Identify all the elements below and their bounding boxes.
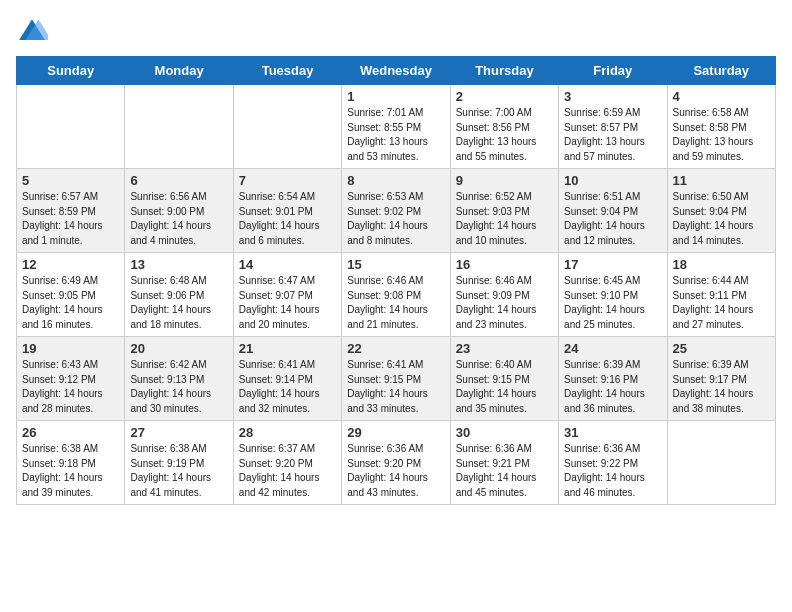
day-cell-18: 18Sunrise: 6:44 AM Sunset: 9:11 PM Dayli… [667, 253, 775, 337]
day-info: Sunrise: 6:56 AM Sunset: 9:00 PM Dayligh… [130, 190, 227, 248]
day-cell-20: 20Sunrise: 6:42 AM Sunset: 9:13 PM Dayli… [125, 337, 233, 421]
day-info: Sunrise: 6:53 AM Sunset: 9:02 PM Dayligh… [347, 190, 444, 248]
day-number: 13 [130, 257, 227, 272]
day-number: 30 [456, 425, 553, 440]
day-number: 18 [673, 257, 770, 272]
day-info: Sunrise: 6:40 AM Sunset: 9:15 PM Dayligh… [456, 358, 553, 416]
week-row-1: 1Sunrise: 7:01 AM Sunset: 8:55 PM Daylig… [17, 85, 776, 169]
day-cell-5: 5Sunrise: 6:57 AM Sunset: 8:59 PM Daylig… [17, 169, 125, 253]
day-info: Sunrise: 6:47 AM Sunset: 9:07 PM Dayligh… [239, 274, 336, 332]
day-cell-14: 14Sunrise: 6:47 AM Sunset: 9:07 PM Dayli… [233, 253, 341, 337]
day-info: Sunrise: 7:00 AM Sunset: 8:56 PM Dayligh… [456, 106, 553, 164]
day-number: 29 [347, 425, 444, 440]
day-number: 28 [239, 425, 336, 440]
day-info: Sunrise: 6:45 AM Sunset: 9:10 PM Dayligh… [564, 274, 661, 332]
day-number: 3 [564, 89, 661, 104]
day-cell-26: 26Sunrise: 6:38 AM Sunset: 9:18 PM Dayli… [17, 421, 125, 505]
day-info: Sunrise: 6:38 AM Sunset: 9:18 PM Dayligh… [22, 442, 119, 500]
weekday-header-sunday: Sunday [17, 57, 125, 85]
day-cell-1: 1Sunrise: 7:01 AM Sunset: 8:55 PM Daylig… [342, 85, 450, 169]
day-info: Sunrise: 6:39 AM Sunset: 9:17 PM Dayligh… [673, 358, 770, 416]
day-info: Sunrise: 6:37 AM Sunset: 9:20 PM Dayligh… [239, 442, 336, 500]
weekday-header-friday: Friday [559, 57, 667, 85]
day-number: 19 [22, 341, 119, 356]
day-number: 12 [22, 257, 119, 272]
day-number: 11 [673, 173, 770, 188]
day-number: 25 [673, 341, 770, 356]
day-cell-7: 7Sunrise: 6:54 AM Sunset: 9:01 PM Daylig… [233, 169, 341, 253]
weekday-header-row: SundayMondayTuesdayWednesdayThursdayFrid… [17, 57, 776, 85]
weekday-header-wednesday: Wednesday [342, 57, 450, 85]
day-cell-31: 31Sunrise: 6:36 AM Sunset: 9:22 PM Dayli… [559, 421, 667, 505]
day-cell-16: 16Sunrise: 6:46 AM Sunset: 9:09 PM Dayli… [450, 253, 558, 337]
day-info: Sunrise: 6:57 AM Sunset: 8:59 PM Dayligh… [22, 190, 119, 248]
day-cell-6: 6Sunrise: 6:56 AM Sunset: 9:00 PM Daylig… [125, 169, 233, 253]
day-info: Sunrise: 6:48 AM Sunset: 9:06 PM Dayligh… [130, 274, 227, 332]
day-info: Sunrise: 6:58 AM Sunset: 8:58 PM Dayligh… [673, 106, 770, 164]
day-info: Sunrise: 6:41 AM Sunset: 9:15 PM Dayligh… [347, 358, 444, 416]
day-cell-8: 8Sunrise: 6:53 AM Sunset: 9:02 PM Daylig… [342, 169, 450, 253]
empty-cell [233, 85, 341, 169]
day-number: 4 [673, 89, 770, 104]
weekday-header-monday: Monday [125, 57, 233, 85]
day-cell-17: 17Sunrise: 6:45 AM Sunset: 9:10 PM Dayli… [559, 253, 667, 337]
day-info: Sunrise: 6:46 AM Sunset: 9:08 PM Dayligh… [347, 274, 444, 332]
day-info: Sunrise: 6:44 AM Sunset: 9:11 PM Dayligh… [673, 274, 770, 332]
day-cell-21: 21Sunrise: 6:41 AM Sunset: 9:14 PM Dayli… [233, 337, 341, 421]
day-number: 10 [564, 173, 661, 188]
day-number: 27 [130, 425, 227, 440]
logo [16, 16, 52, 48]
day-number: 21 [239, 341, 336, 356]
week-row-5: 26Sunrise: 6:38 AM Sunset: 9:18 PM Dayli… [17, 421, 776, 505]
day-cell-24: 24Sunrise: 6:39 AM Sunset: 9:16 PM Dayli… [559, 337, 667, 421]
day-number: 16 [456, 257, 553, 272]
weekday-header-tuesday: Tuesday [233, 57, 341, 85]
day-cell-22: 22Sunrise: 6:41 AM Sunset: 9:15 PM Dayli… [342, 337, 450, 421]
week-row-3: 12Sunrise: 6:49 AM Sunset: 9:05 PM Dayli… [17, 253, 776, 337]
day-number: 17 [564, 257, 661, 272]
day-info: Sunrise: 6:50 AM Sunset: 9:04 PM Dayligh… [673, 190, 770, 248]
day-info: Sunrise: 6:49 AM Sunset: 9:05 PM Dayligh… [22, 274, 119, 332]
day-info: Sunrise: 6:36 AM Sunset: 9:22 PM Dayligh… [564, 442, 661, 500]
day-number: 6 [130, 173, 227, 188]
week-row-2: 5Sunrise: 6:57 AM Sunset: 8:59 PM Daylig… [17, 169, 776, 253]
day-number: 1 [347, 89, 444, 104]
day-cell-11: 11Sunrise: 6:50 AM Sunset: 9:04 PM Dayli… [667, 169, 775, 253]
day-number: 7 [239, 173, 336, 188]
empty-cell [17, 85, 125, 169]
weekday-header-thursday: Thursday [450, 57, 558, 85]
day-cell-3: 3Sunrise: 6:59 AM Sunset: 8:57 PM Daylig… [559, 85, 667, 169]
day-info: Sunrise: 6:59 AM Sunset: 8:57 PM Dayligh… [564, 106, 661, 164]
day-cell-15: 15Sunrise: 6:46 AM Sunset: 9:08 PM Dayli… [342, 253, 450, 337]
day-cell-13: 13Sunrise: 6:48 AM Sunset: 9:06 PM Dayli… [125, 253, 233, 337]
day-cell-30: 30Sunrise: 6:36 AM Sunset: 9:21 PM Dayli… [450, 421, 558, 505]
day-cell-25: 25Sunrise: 6:39 AM Sunset: 9:17 PM Dayli… [667, 337, 775, 421]
day-cell-9: 9Sunrise: 6:52 AM Sunset: 9:03 PM Daylig… [450, 169, 558, 253]
week-row-4: 19Sunrise: 6:43 AM Sunset: 9:12 PM Dayli… [17, 337, 776, 421]
day-number: 14 [239, 257, 336, 272]
day-number: 8 [347, 173, 444, 188]
day-cell-23: 23Sunrise: 6:40 AM Sunset: 9:15 PM Dayli… [450, 337, 558, 421]
day-cell-27: 27Sunrise: 6:38 AM Sunset: 9:19 PM Dayli… [125, 421, 233, 505]
day-info: Sunrise: 6:38 AM Sunset: 9:19 PM Dayligh… [130, 442, 227, 500]
day-number: 24 [564, 341, 661, 356]
day-info: Sunrise: 6:41 AM Sunset: 9:14 PM Dayligh… [239, 358, 336, 416]
day-info: Sunrise: 6:39 AM Sunset: 9:16 PM Dayligh… [564, 358, 661, 416]
weekday-header-saturday: Saturday [667, 57, 775, 85]
day-number: 23 [456, 341, 553, 356]
day-info: Sunrise: 7:01 AM Sunset: 8:55 PM Dayligh… [347, 106, 444, 164]
empty-cell [667, 421, 775, 505]
day-cell-2: 2Sunrise: 7:00 AM Sunset: 8:56 PM Daylig… [450, 85, 558, 169]
day-number: 31 [564, 425, 661, 440]
page-header [16, 16, 776, 48]
logo-icon [16, 16, 48, 48]
day-number: 15 [347, 257, 444, 272]
day-number: 20 [130, 341, 227, 356]
day-number: 22 [347, 341, 444, 356]
day-info: Sunrise: 6:54 AM Sunset: 9:01 PM Dayligh… [239, 190, 336, 248]
day-cell-19: 19Sunrise: 6:43 AM Sunset: 9:12 PM Dayli… [17, 337, 125, 421]
day-cell-28: 28Sunrise: 6:37 AM Sunset: 9:20 PM Dayli… [233, 421, 341, 505]
calendar-table: SundayMondayTuesdayWednesdayThursdayFrid… [16, 56, 776, 505]
day-number: 9 [456, 173, 553, 188]
day-info: Sunrise: 6:52 AM Sunset: 9:03 PM Dayligh… [456, 190, 553, 248]
